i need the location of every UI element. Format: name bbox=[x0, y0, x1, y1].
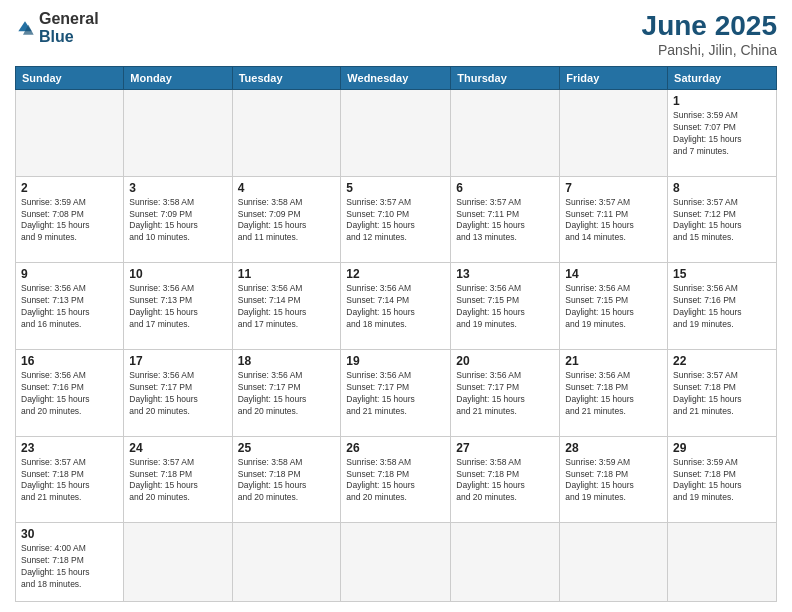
day-number: 11 bbox=[238, 267, 336, 281]
table-row: 22Sunrise: 3:57 AM Sunset: 7:18 PM Dayli… bbox=[668, 350, 777, 437]
table-row: 12Sunrise: 3:56 AM Sunset: 7:14 PM Dayli… bbox=[341, 263, 451, 350]
logo: General Blue bbox=[15, 10, 99, 46]
day-number: 8 bbox=[673, 181, 771, 195]
day-number: 20 bbox=[456, 354, 554, 368]
table-row bbox=[560, 523, 668, 602]
day-info: Sunrise: 3:58 AM Sunset: 7:09 PM Dayligh… bbox=[238, 197, 336, 245]
col-sunday: Sunday bbox=[16, 67, 124, 90]
day-number: 21 bbox=[565, 354, 662, 368]
day-info: Sunrise: 3:56 AM Sunset: 7:16 PM Dayligh… bbox=[21, 370, 118, 418]
table-row: 2Sunrise: 3:59 AM Sunset: 7:08 PM Daylig… bbox=[16, 176, 124, 263]
table-row bbox=[668, 523, 777, 602]
table-row: 4Sunrise: 3:58 AM Sunset: 7:09 PM Daylig… bbox=[232, 176, 341, 263]
table-row bbox=[16, 90, 124, 177]
day-info: Sunrise: 3:57 AM Sunset: 7:12 PM Dayligh… bbox=[673, 197, 771, 245]
day-number: 14 bbox=[565, 267, 662, 281]
table-row: 25Sunrise: 3:58 AM Sunset: 7:18 PM Dayli… bbox=[232, 436, 341, 523]
day-number: 1 bbox=[673, 94, 771, 108]
day-info: Sunrise: 3:57 AM Sunset: 7:18 PM Dayligh… bbox=[21, 457, 118, 505]
day-info: Sunrise: 3:56 AM Sunset: 7:14 PM Dayligh… bbox=[238, 283, 336, 331]
day-number: 2 bbox=[21, 181, 118, 195]
col-saturday: Saturday bbox=[668, 67, 777, 90]
day-number: 22 bbox=[673, 354, 771, 368]
table-row bbox=[124, 90, 232, 177]
day-number: 19 bbox=[346, 354, 445, 368]
calendar-row: 23Sunrise: 3:57 AM Sunset: 7:18 PM Dayli… bbox=[16, 436, 777, 523]
table-row bbox=[341, 523, 451, 602]
day-info: Sunrise: 3:59 AM Sunset: 7:18 PM Dayligh… bbox=[565, 457, 662, 505]
table-row: 14Sunrise: 3:56 AM Sunset: 7:15 PM Dayli… bbox=[560, 263, 668, 350]
day-number: 6 bbox=[456, 181, 554, 195]
table-row bbox=[232, 90, 341, 177]
calendar-row: 1Sunrise: 3:59 AM Sunset: 7:07 PM Daylig… bbox=[16, 90, 777, 177]
day-number: 5 bbox=[346, 181, 445, 195]
day-number: 23 bbox=[21, 441, 118, 455]
col-thursday: Thursday bbox=[451, 67, 560, 90]
day-info: Sunrise: 3:59 AM Sunset: 7:07 PM Dayligh… bbox=[673, 110, 771, 158]
table-row: 3Sunrise: 3:58 AM Sunset: 7:09 PM Daylig… bbox=[124, 176, 232, 263]
table-row: 30Sunrise: 4:00 AM Sunset: 7:18 PM Dayli… bbox=[16, 523, 124, 602]
table-row: 9Sunrise: 3:56 AM Sunset: 7:13 PM Daylig… bbox=[16, 263, 124, 350]
day-number: 3 bbox=[129, 181, 226, 195]
col-friday: Friday bbox=[560, 67, 668, 90]
day-info: Sunrise: 3:56 AM Sunset: 7:17 PM Dayligh… bbox=[346, 370, 445, 418]
day-info: Sunrise: 3:56 AM Sunset: 7:17 PM Dayligh… bbox=[456, 370, 554, 418]
table-row: 21Sunrise: 3:56 AM Sunset: 7:18 PM Dayli… bbox=[560, 350, 668, 437]
day-info: Sunrise: 3:56 AM Sunset: 7:15 PM Dayligh… bbox=[456, 283, 554, 331]
table-row: 17Sunrise: 3:56 AM Sunset: 7:17 PM Dayli… bbox=[124, 350, 232, 437]
day-number: 16 bbox=[21, 354, 118, 368]
table-row: 20Sunrise: 3:56 AM Sunset: 7:17 PM Dayli… bbox=[451, 350, 560, 437]
subtitle: Panshi, Jilin, China bbox=[642, 42, 777, 58]
day-info: Sunrise: 3:59 AM Sunset: 7:18 PM Dayligh… bbox=[673, 457, 771, 505]
table-row: 6Sunrise: 3:57 AM Sunset: 7:11 PM Daylig… bbox=[451, 176, 560, 263]
table-row bbox=[124, 523, 232, 602]
table-row: 24Sunrise: 3:57 AM Sunset: 7:18 PM Dayli… bbox=[124, 436, 232, 523]
day-number: 15 bbox=[673, 267, 771, 281]
day-info: Sunrise: 3:57 AM Sunset: 7:18 PM Dayligh… bbox=[129, 457, 226, 505]
logo-general: General bbox=[39, 10, 99, 27]
table-row: 23Sunrise: 3:57 AM Sunset: 7:18 PM Dayli… bbox=[16, 436, 124, 523]
day-number: 18 bbox=[238, 354, 336, 368]
table-row: 8Sunrise: 3:57 AM Sunset: 7:12 PM Daylig… bbox=[668, 176, 777, 263]
calendar-row: 30Sunrise: 4:00 AM Sunset: 7:18 PM Dayli… bbox=[16, 523, 777, 602]
calendar-row: 9Sunrise: 3:56 AM Sunset: 7:13 PM Daylig… bbox=[16, 263, 777, 350]
day-info: Sunrise: 3:57 AM Sunset: 7:10 PM Dayligh… bbox=[346, 197, 445, 245]
table-row: 19Sunrise: 3:56 AM Sunset: 7:17 PM Dayli… bbox=[341, 350, 451, 437]
table-row: 27Sunrise: 3:58 AM Sunset: 7:18 PM Dayli… bbox=[451, 436, 560, 523]
table-row: 10Sunrise: 3:56 AM Sunset: 7:13 PM Dayli… bbox=[124, 263, 232, 350]
table-row: 1Sunrise: 3:59 AM Sunset: 7:07 PM Daylig… bbox=[668, 90, 777, 177]
col-monday: Monday bbox=[124, 67, 232, 90]
day-info: Sunrise: 3:56 AM Sunset: 7:14 PM Dayligh… bbox=[346, 283, 445, 331]
calendar-table: Sunday Monday Tuesday Wednesday Thursday… bbox=[15, 66, 777, 602]
day-info: Sunrise: 3:58 AM Sunset: 7:09 PM Dayligh… bbox=[129, 197, 226, 245]
day-info: Sunrise: 3:58 AM Sunset: 7:18 PM Dayligh… bbox=[456, 457, 554, 505]
logo-icon bbox=[15, 18, 35, 38]
day-number: 30 bbox=[21, 527, 118, 541]
day-number: 9 bbox=[21, 267, 118, 281]
day-info: Sunrise: 3:58 AM Sunset: 7:18 PM Dayligh… bbox=[346, 457, 445, 505]
table-row: 11Sunrise: 3:56 AM Sunset: 7:14 PM Dayli… bbox=[232, 263, 341, 350]
table-row bbox=[451, 523, 560, 602]
day-info: Sunrise: 3:57 AM Sunset: 7:11 PM Dayligh… bbox=[565, 197, 662, 245]
day-info: Sunrise: 3:56 AM Sunset: 7:13 PM Dayligh… bbox=[21, 283, 118, 331]
table-row: 29Sunrise: 3:59 AM Sunset: 7:18 PM Dayli… bbox=[668, 436, 777, 523]
logo-blue: Blue bbox=[39, 28, 74, 45]
day-info: Sunrise: 3:57 AM Sunset: 7:11 PM Dayligh… bbox=[456, 197, 554, 245]
day-info: Sunrise: 3:56 AM Sunset: 7:17 PM Dayligh… bbox=[129, 370, 226, 418]
table-row: 18Sunrise: 3:56 AM Sunset: 7:17 PM Dayli… bbox=[232, 350, 341, 437]
table-row: 16Sunrise: 3:56 AM Sunset: 7:16 PM Dayli… bbox=[16, 350, 124, 437]
day-info: Sunrise: 3:56 AM Sunset: 7:18 PM Dayligh… bbox=[565, 370, 662, 418]
day-info: Sunrise: 3:56 AM Sunset: 7:17 PM Dayligh… bbox=[238, 370, 336, 418]
header: General Blue June 2025 Panshi, Jilin, Ch… bbox=[15, 10, 777, 58]
table-row: 15Sunrise: 3:56 AM Sunset: 7:16 PM Dayli… bbox=[668, 263, 777, 350]
title-area: June 2025 Panshi, Jilin, China bbox=[642, 10, 777, 58]
day-number: 26 bbox=[346, 441, 445, 455]
day-number: 12 bbox=[346, 267, 445, 281]
table-row bbox=[560, 90, 668, 177]
day-number: 10 bbox=[129, 267, 226, 281]
table-row: 5Sunrise: 3:57 AM Sunset: 7:10 PM Daylig… bbox=[341, 176, 451, 263]
calendar-row: 2Sunrise: 3:59 AM Sunset: 7:08 PM Daylig… bbox=[16, 176, 777, 263]
table-row: 7Sunrise: 3:57 AM Sunset: 7:11 PM Daylig… bbox=[560, 176, 668, 263]
main-title: June 2025 bbox=[642, 10, 777, 42]
table-row bbox=[341, 90, 451, 177]
